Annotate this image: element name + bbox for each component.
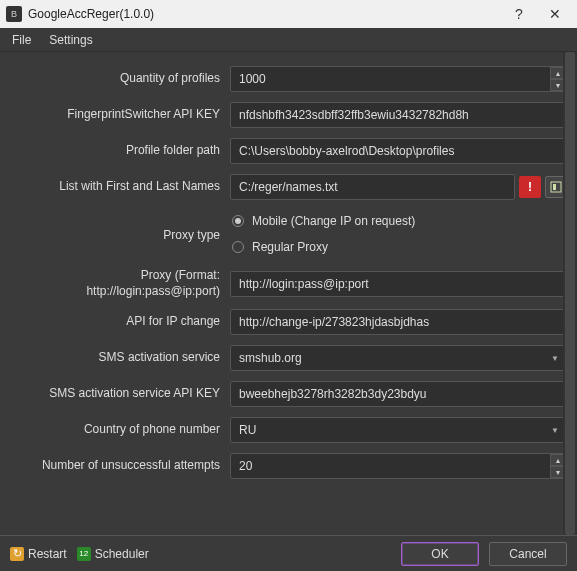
radio-proxy-regular[interactable]: Regular Proxy — [232, 240, 415, 254]
country-select[interactable] — [230, 417, 567, 443]
attempts-input[interactable] — [230, 453, 567, 479]
help-button[interactable]: ? — [501, 6, 537, 22]
close-button[interactable]: ✕ — [537, 6, 573, 22]
scrollbar-thumb[interactable] — [565, 52, 575, 535]
menu-settings[interactable]: Settings — [41, 31, 100, 49]
radio-dot-icon — [232, 215, 244, 227]
footer: ↻ Restart 12 Scheduler OK Cancel — [0, 535, 577, 571]
sms-service-select[interactable] — [230, 345, 567, 371]
radio-mobile-label: Mobile (Change IP on request) — [252, 214, 415, 228]
restart-icon: ↻ — [10, 547, 24, 561]
label-country: Country of phone number — [10, 422, 230, 438]
cancel-button[interactable]: Cancel — [489, 542, 567, 566]
names-list-input[interactable] — [230, 174, 515, 200]
label-ip-api: API for IP change — [10, 314, 230, 330]
label-proxy-format: Proxy (Format: http://login:pass@ip:port… — [10, 268, 230, 299]
window-title: GoogleAccReger(1.0.0) — [28, 7, 501, 21]
label-attempts: Number of unsuccessful attempts — [10, 458, 230, 474]
radio-dot-icon — [232, 241, 244, 253]
app-icon: B — [6, 6, 22, 22]
svg-rect-1 — [553, 184, 556, 190]
label-sms-key: SMS activation service API KEY — [10, 386, 230, 402]
fp-key-input[interactable] — [230, 102, 567, 128]
label-names-list: List with First and Last Names — [10, 179, 230, 195]
restart-label: Restart — [28, 547, 67, 561]
menubar: File Settings — [0, 28, 577, 52]
scheduler-icon: 12 — [77, 547, 91, 561]
profile-path-input[interactable] — [230, 138, 567, 164]
error-icon[interactable]: ! — [519, 176, 541, 198]
restart-button[interactable]: ↻ Restart — [10, 547, 67, 561]
label-profile-path: Profile folder path — [10, 143, 230, 159]
label-fp-key: FingerprintSwitcher API KEY — [10, 107, 230, 123]
scheduler-button[interactable]: 12 Scheduler — [77, 547, 149, 561]
radio-proxy-mobile[interactable]: Mobile (Change IP on request) — [232, 214, 415, 228]
menu-file[interactable]: File — [4, 31, 39, 49]
form-body: Quantity of profiles ▲▼ FingerprintSwitc… — [0, 52, 577, 479]
scrollbar[interactable] — [563, 52, 577, 535]
titlebar: B GoogleAccReger(1.0.0) ? ✕ — [0, 0, 577, 28]
label-proxy-type: Proxy type — [10, 210, 230, 244]
ok-button[interactable]: OK — [401, 542, 479, 566]
sms-key-input[interactable] — [230, 381, 567, 407]
ip-api-input[interactable] — [230, 309, 567, 335]
proxy-input[interactable] — [230, 271, 567, 297]
quantity-input[interactable] — [230, 66, 567, 92]
scheduler-label: Scheduler — [95, 547, 149, 561]
radio-regular-label: Regular Proxy — [252, 240, 328, 254]
label-quantity: Quantity of profiles — [10, 71, 230, 87]
label-sms-service: SMS activation service — [10, 350, 230, 366]
